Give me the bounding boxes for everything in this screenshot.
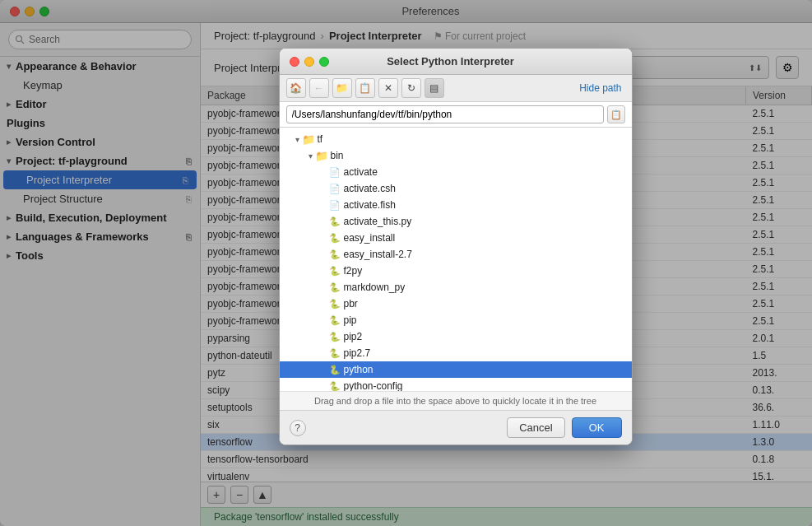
dialog-traffic-lights bbox=[290, 57, 329, 67]
delete-icon: ✕ bbox=[384, 82, 392, 94]
paste-icon: 📋 bbox=[610, 109, 622, 120]
hint-text: Drag and drop a file into the space abov… bbox=[314, 396, 596, 406]
tree-item-tf-folder[interactable]: ▾📁tf bbox=[280, 131, 632, 147]
hide-path-button[interactable]: Hide path bbox=[576, 81, 624, 95]
file-tree[interactable]: ▾📁tf▾📁bin📄activate📄activate.csh📄activate… bbox=[280, 128, 632, 391]
tree-item-pip2.7[interactable]: 🐍pip2.7 bbox=[280, 345, 632, 361]
folder-icon: 📁 bbox=[316, 150, 327, 161]
modal-overlay: Select Python Interpreter 🏠 ← 📁 📋 ✕ ↻ bbox=[0, 0, 812, 526]
python-file-icon: 🐍 bbox=[329, 249, 341, 260]
dialog-path-bar: 📋 bbox=[280, 102, 632, 128]
folder-icon: 📁 bbox=[303, 133, 314, 145]
dialog-titlebar: Select Python Interpreter bbox=[280, 49, 632, 75]
refresh-icon: ↻ bbox=[407, 82, 415, 94]
delete-button[interactable]: ✕ bbox=[378, 78, 398, 98]
python-file-icon: 🐍 bbox=[329, 282, 341, 293]
tree-item-pip[interactable]: 🐍pip bbox=[280, 312, 632, 328]
paste-button[interactable]: 📋 bbox=[607, 105, 625, 123]
python-file-icon: 🐍 bbox=[329, 331, 341, 342]
folder-icon: 📁 bbox=[336, 82, 348, 94]
ok-button[interactable]: OK bbox=[572, 417, 622, 438]
grid-button[interactable]: ▤ bbox=[425, 78, 444, 98]
tree-item-label: pip2.7 bbox=[344, 347, 371, 359]
tree-item-activate[interactable]: 📄activate bbox=[280, 164, 632, 180]
copy-icon: 📋 bbox=[359, 82, 371, 94]
dialog-footer: ? Cancel OK bbox=[280, 410, 632, 445]
tree-item-label: pip2 bbox=[344, 331, 363, 342]
python-file-icon: 🐍 bbox=[329, 347, 341, 359]
back-button[interactable]: ← bbox=[309, 78, 329, 98]
cancel-button[interactable]: Cancel bbox=[507, 417, 564, 438]
tree-item-pbr[interactable]: 🐍pbr bbox=[280, 296, 632, 312]
tree-item-easy_install[interactable]: 🐍easy_install bbox=[280, 230, 632, 246]
grid-icon: ▤ bbox=[429, 82, 438, 94]
tree-item-label: pip bbox=[344, 314, 357, 326]
dialog-minimize-button[interactable] bbox=[304, 57, 314, 67]
tree-item-python-config[interactable]: 🐍python-config bbox=[280, 378, 632, 391]
tree-item-label: python-config bbox=[344, 380, 403, 391]
tree-item-label: activate.fish bbox=[344, 199, 396, 211]
tree-item-label: bin bbox=[331, 150, 344, 161]
python-file-icon: 🐍 bbox=[329, 298, 341, 310]
python-file-icon: 🐍 bbox=[329, 314, 341, 326]
back-icon: ← bbox=[314, 82, 324, 94]
copy-button[interactable]: 📋 bbox=[355, 78, 375, 98]
dialog-close-button[interactable] bbox=[290, 57, 299, 67]
home-button[interactable]: 🏠 bbox=[286, 78, 306, 98]
tree-item-label: easy_install bbox=[344, 232, 396, 244]
python-file-icon: 🐍 bbox=[329, 232, 341, 244]
tree-item-label: activate.csh bbox=[344, 183, 396, 194]
tree-item-markdown_py[interactable]: 🐍markdown_py bbox=[280, 279, 632, 296]
tree-item-label: markdown_py bbox=[344, 282, 406, 293]
tree-item-label: pbr bbox=[344, 298, 358, 310]
folder-button[interactable]: 📁 bbox=[332, 78, 352, 98]
python-file-icon: 🐍 bbox=[329, 265, 341, 277]
dialog-maximize-button[interactable] bbox=[319, 57, 329, 67]
path-input[interactable] bbox=[286, 105, 604, 123]
tree-item-label: python bbox=[344, 364, 374, 375]
tree-item-easy_install-2.7[interactable]: 🐍easy_install-2.7 bbox=[280, 246, 632, 263]
refresh-button[interactable]: ↻ bbox=[401, 78, 421, 98]
dialog-hint: Drag and drop a file into the space abov… bbox=[280, 391, 632, 410]
tree-item-activate.fish[interactable]: 📄activate.fish bbox=[280, 197, 632, 213]
tree-item-activate.csh[interactable]: 📄activate.csh bbox=[280, 180, 632, 197]
tree-item-label: activate_this.py bbox=[344, 216, 412, 227]
dialog-toolbar: 🏠 ← 📁 📋 ✕ ↻ ▤ Hide path bbox=[280, 75, 632, 102]
tree-item-label: easy_install-2.7 bbox=[344, 249, 412, 260]
select-python-interpreter-dialog: Select Python Interpreter 🏠 ← 📁 📋 ✕ ↻ bbox=[279, 48, 633, 445]
tree-item-pip2[interactable]: 🐍pip2 bbox=[280, 328, 632, 345]
home-icon: 🏠 bbox=[290, 82, 302, 94]
python-file-icon: 🐍 bbox=[329, 216, 341, 227]
python-file-icon: 🐍 bbox=[329, 380, 341, 391]
tree-item-python[interactable]: 🐍python bbox=[280, 361, 632, 378]
file-icon: 📄 bbox=[329, 199, 341, 211]
file-icon: 📄 bbox=[329, 183, 341, 194]
python-file-icon: 🐍 bbox=[329, 364, 341, 375]
tree-item-f2py[interactable]: 🐍f2py bbox=[280, 263, 632, 279]
tree-item-label: f2py bbox=[344, 265, 363, 277]
tree-item-label: tf bbox=[318, 133, 323, 145]
tree-item-label: activate bbox=[344, 166, 378, 178]
file-icon: 📄 bbox=[329, 166, 341, 178]
tree-item-bin-folder[interactable]: ▾📁bin bbox=[280, 147, 632, 164]
question-icon: ? bbox=[295, 422, 300, 434]
tree-item-activate_this.py[interactable]: 🐍activate_this.py bbox=[280, 213, 632, 230]
dialog-title: Select Python Interpreter bbox=[387, 55, 514, 67]
help-button[interactable]: ? bbox=[290, 420, 306, 436]
